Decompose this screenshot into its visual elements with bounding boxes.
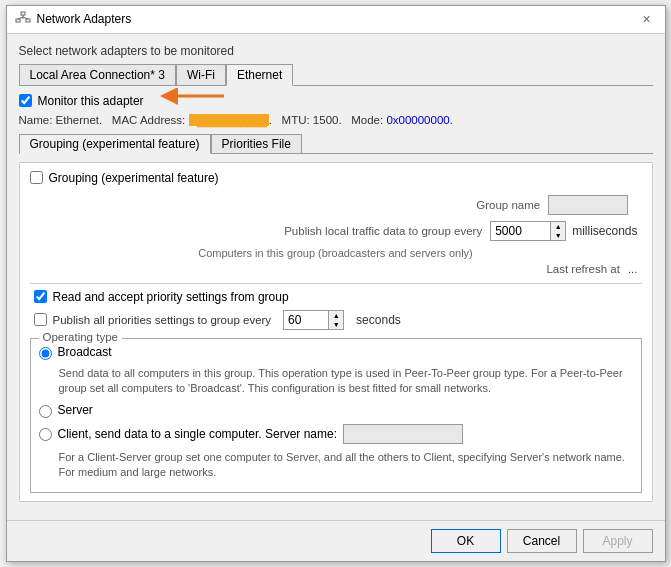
sub-tab-priorities[interactable]: Priorities File (211, 134, 302, 154)
title-bar: Network Adapters × (7, 6, 665, 34)
radio-broadcast-row: Broadcast (39, 345, 633, 360)
client-label: Client, send data to a single computer. … (58, 427, 338, 441)
publish-traffic-spinner: ▲ ▼ (490, 221, 566, 241)
apply-button[interactable]: Apply (583, 529, 653, 553)
svg-rect-0 (21, 12, 25, 15)
monitor-row: Monitor this adapter (19, 94, 653, 108)
client-row: Client, send data to a single computer. … (39, 424, 633, 444)
main-panel: Grouping (experimental feature) Group na… (19, 162, 653, 503)
read-priority-label: Read and accept priority settings from g… (53, 290, 289, 304)
priority-spin-down[interactable]: ▼ (329, 320, 343, 329)
adapter-tabs: Local Area Connection* 3 Wi-Fi Ethernet (19, 64, 653, 86)
svg-rect-2 (26, 19, 30, 22)
spin-buttons: ▲ ▼ (550, 221, 566, 241)
dialog-body: Select network adapters to be monitored … (7, 34, 665, 521)
divider-1 (30, 283, 642, 284)
svg-rect-1 (16, 19, 20, 22)
ok-button[interactable]: OK (431, 529, 501, 553)
radio-server-row: Server (39, 403, 633, 418)
broadcast-radio[interactable] (39, 347, 52, 360)
operating-type-legend: Operating type (39, 331, 122, 343)
milliseconds-label: milliseconds (572, 224, 637, 238)
refresh-label: Last refresh at (34, 263, 628, 275)
cancel-button[interactable]: Cancel (507, 529, 577, 553)
window-title: Network Adapters (37, 12, 132, 26)
monitor-checkbox[interactable] (19, 94, 32, 107)
server-name-input[interactable] (343, 424, 463, 444)
publish-traffic-label: Publish local traffic data to group ever… (34, 225, 491, 237)
read-priority-row: Read and accept priority settings from g… (30, 290, 642, 304)
server-label: Server (58, 403, 93, 417)
arrow-annotation (149, 88, 229, 118)
client-desc: For a Client-Server group set one comput… (59, 450, 633, 481)
publish-priority-label: Publish all priorities settings to group… (53, 314, 272, 326)
close-button[interactable]: × (637, 9, 657, 29)
tab-ethernet[interactable]: Ethernet (226, 64, 293, 86)
tab-local-area[interactable]: Local Area Connection* 3 (19, 64, 176, 86)
group-name-row: Group name (30, 195, 642, 215)
seconds-label: seconds (356, 313, 401, 327)
publish-traffic-row: Publish local traffic data to group ever… (30, 221, 642, 241)
dialog-footer: OK Cancel Apply (7, 520, 665, 561)
hint-text: Computers in this group (broadcasters an… (30, 247, 642, 259)
network-icon (15, 11, 31, 27)
client-radio[interactable] (39, 428, 52, 441)
broadcast-desc: Send data to all computers in this group… (59, 366, 633, 397)
grouping-header: Grouping (experimental feature) (30, 171, 642, 185)
publish-traffic-input[interactable] (490, 221, 550, 241)
sub-tabs: Grouping (experimental feature) Prioriti… (19, 134, 653, 154)
publish-priority-checkbox[interactable] (34, 313, 47, 326)
broadcast-label: Broadcast (58, 345, 112, 359)
spin-down-button[interactable]: ▼ (551, 231, 565, 240)
read-priority-checkbox[interactable] (34, 290, 47, 303)
monitor-label: Monitor this adapter (38, 94, 144, 108)
mtu-mode: . MTU: 1500. Mode: 0x00000000. (269, 114, 453, 126)
adapter-info-row: Name: Ethernet. MAC Address: 2█████████.… (19, 114, 653, 126)
spin-up-button[interactable]: ▲ (551, 222, 565, 231)
refresh-row: Last refresh at ... (30, 263, 642, 275)
refresh-value: ... (628, 263, 638, 275)
publish-priority-spinner: ▲ ▼ (283, 310, 344, 330)
server-radio[interactable] (39, 405, 52, 418)
title-bar-left: Network Adapters (15, 11, 132, 27)
publish-priority-input[interactable] (283, 310, 328, 330)
group-name-input[interactable] (548, 195, 628, 215)
tab-wifi[interactable]: Wi-Fi (176, 64, 226, 86)
select-adapters-label: Select network adapters to be monitored (19, 44, 653, 58)
priority-spin-buttons: ▲ ▼ (328, 310, 344, 330)
group-name-label: Group name (34, 199, 549, 211)
dialog-window: Network Adapters × Select network adapte… (6, 5, 666, 563)
sub-tab-grouping[interactable]: Grouping (experimental feature) (19, 134, 211, 154)
priority-spin-up[interactable]: ▲ (329, 311, 343, 320)
grouping-checkbox[interactable] (30, 171, 43, 184)
operating-type-group: Operating type Broadcast Send data to al… (30, 338, 642, 494)
grouping-label: Grouping (experimental feature) (49, 171, 219, 185)
publish-priority-row: Publish all priorities settings to group… (30, 310, 642, 330)
